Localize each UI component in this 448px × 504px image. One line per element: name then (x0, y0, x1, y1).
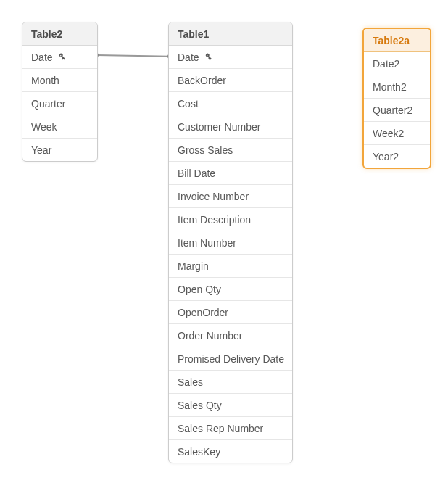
field-row[interactable]: Item Description (169, 208, 292, 231)
field-label: Sales Rep Number (178, 423, 263, 434)
field-label: Open Qty (178, 284, 221, 295)
field-row[interactable]: Quarter2 (364, 99, 430, 122)
field-label: Month (31, 75, 59, 86)
field-row[interactable]: Sales Rep Number (169, 417, 292, 440)
field-row[interactable]: Date2 (364, 52, 430, 75)
field-label: Margin (178, 260, 209, 272)
table-header[interactable]: Table2 (22, 22, 97, 46)
field-label: Gross Sales (178, 144, 233, 156)
connection-table2-table1[interactable] (96, 54, 170, 57)
field-row[interactable]: BackOrder (169, 69, 292, 92)
table-header[interactable]: Table1 (169, 22, 292, 46)
field-row[interactable]: Customer Number (169, 115, 292, 139)
field-label: Order Number (178, 330, 242, 342)
field-label: SalesKey (178, 446, 220, 458)
field-row[interactable]: Quarter (22, 92, 97, 115)
key-icon (202, 51, 214, 64)
field-row[interactable]: OpenOrder (169, 301, 292, 324)
field-row[interactable]: Order Number (169, 324, 292, 347)
field-row[interactable]: Sales Qty (169, 394, 292, 417)
field-label: BackOrder (178, 75, 226, 86)
field-row[interactable]: Date (169, 46, 292, 69)
field-row[interactable]: Year (22, 139, 97, 161)
field-label: Invoice Number (178, 191, 249, 202)
field-label: Bill Date (178, 168, 215, 179)
table-table2a[interactable]: Table2a Date2 Month2 Quarter2 Week2 Year… (362, 28, 431, 169)
field-label: Item Description (178, 214, 251, 226)
table-fields: Date Month Quarter Week Year (22, 46, 97, 161)
field-row[interactable]: Promised Delivery Date (169, 347, 292, 371)
field-row[interactable]: Week2 (364, 122, 430, 145)
field-row[interactable]: SalesKey (169, 440, 292, 463)
field-row[interactable]: Date (22, 46, 97, 69)
key-icon (55, 51, 67, 64)
field-label: Sales (178, 376, 203, 388)
field-label: Quarter2 (373, 104, 412, 116)
field-row[interactable]: Week (22, 115, 97, 139)
field-label: Sales Qty (178, 400, 222, 411)
table-fields: Date2 Month2 Quarter2 Week2 Year2 (364, 52, 430, 168)
field-row[interactable]: Year2 (364, 145, 430, 168)
field-row[interactable]: Bill Date (169, 162, 292, 185)
field-row[interactable]: Margin (169, 255, 292, 278)
field-row[interactable]: Invoice Number (169, 185, 292, 208)
field-row[interactable]: Month (22, 69, 97, 92)
field-row[interactable]: Open Qty (169, 278, 292, 301)
table-table2[interactable]: Table2 Date Month Quarter Week Year (22, 22, 98, 162)
field-label: Year2 (373, 151, 399, 162)
table-fields: Date BackOrder Cost Customer Number Gros… (169, 46, 292, 463)
field-label: Week (31, 121, 57, 133)
field-label: OpenOrder (178, 307, 228, 318)
field-row[interactable]: Gross Sales (169, 139, 292, 162)
field-label: Customer Number (178, 121, 260, 133)
data-model-canvas[interactable]: Table2 Date Month Quarter Week Year T (0, 0, 448, 504)
field-row[interactable]: Sales (169, 371, 292, 394)
field-label: Date2 (373, 58, 399, 70)
field-label: Item Number (178, 237, 236, 249)
field-row[interactable]: Month2 (364, 75, 430, 99)
field-label: Cost (178, 98, 199, 110)
table-header[interactable]: Table2a (364, 29, 430, 52)
table-table1[interactable]: Table1 Date BackOrder Cost Customer Numb… (168, 22, 293, 463)
field-row[interactable]: Cost (169, 92, 292, 115)
field-label: Year (31, 144, 51, 156)
field-label: Date (178, 51, 199, 63)
field-label: Date (31, 51, 53, 63)
field-label: Promised Delivery Date (178, 353, 284, 365)
field-label: Quarter (31, 98, 65, 110)
field-row[interactable]: Item Number (169, 231, 292, 255)
field-label: Month2 (373, 81, 407, 93)
field-label: Week2 (373, 128, 404, 139)
